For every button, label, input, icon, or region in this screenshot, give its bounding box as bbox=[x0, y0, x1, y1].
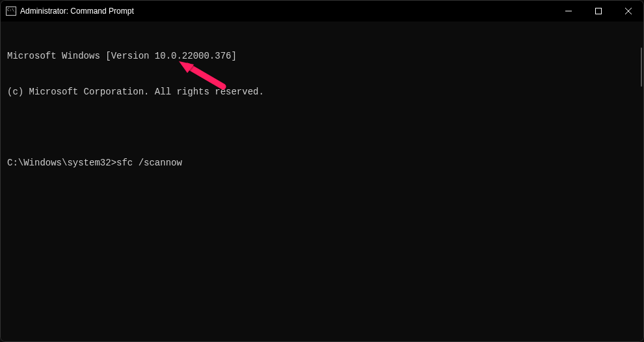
blank-line bbox=[7, 122, 637, 134]
close-button[interactable] bbox=[613, 1, 643, 21]
svg-rect-1 bbox=[596, 8, 602, 14]
minimize-icon bbox=[565, 8, 572, 14]
maximize-icon bbox=[595, 8, 602, 14]
minimize-button[interactable] bbox=[554, 1, 584, 21]
prompt-line: C:\Windows\system32>sfc /scannow bbox=[7, 157, 637, 169]
window-title: Administrator: Command Prompt bbox=[20, 7, 134, 16]
copyright-line: (c) Microsoft Corporation. All rights re… bbox=[7, 86, 637, 98]
version-line: Microsoft Windows [Version 10.0.22000.37… bbox=[7, 50, 637, 62]
prompt-path: C:\Windows\system32> bbox=[7, 158, 116, 168]
close-icon bbox=[625, 8, 632, 14]
scrollbar[interactable] bbox=[641, 48, 642, 87]
cmd-icon bbox=[6, 7, 16, 16]
command-prompt-window: Administrator: Command Prompt Micro bbox=[0, 0, 644, 342]
terminal-body[interactable]: Microsoft Windows [Version 10.0.22000.37… bbox=[1, 21, 643, 341]
window-controls bbox=[554, 1, 643, 21]
title-bar[interactable]: Administrator: Command Prompt bbox=[1, 1, 643, 21]
title-left: Administrator: Command Prompt bbox=[6, 7, 134, 16]
maximize-button[interactable] bbox=[584, 1, 613, 21]
command-input[interactable]: sfc /scannow bbox=[116, 158, 182, 168]
